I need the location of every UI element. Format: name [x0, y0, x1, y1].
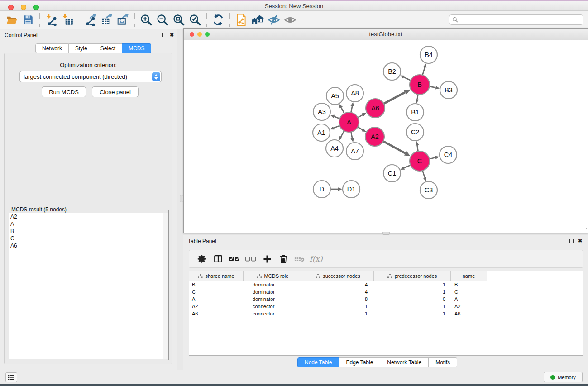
close-panel-button[interactable]: Close panel — [92, 86, 139, 97]
import-network-button[interactable] — [43, 12, 59, 28]
show-columns-button[interactable] — [210, 252, 226, 266]
delete-column-button[interactable] — [275, 252, 292, 266]
table-cell[interactable]: 0 — [374, 296, 451, 302]
search-input[interactable] — [460, 17, 580, 23]
table-cell[interactable]: B — [189, 282, 244, 287]
memory-button[interactable]: Memory — [544, 372, 583, 382]
graph-edge-A6-B[interactable] — [383, 92, 406, 104]
tab-node-table[interactable]: Node Table — [297, 357, 339, 367]
mcds-result-item[interactable]: A6 — [9, 242, 163, 249]
delete-table-button[interactable] — [292, 252, 308, 266]
table-row[interactable]: A2connector11A2 — [189, 303, 487, 310]
graph-edge-A-A5[interactable] — [341, 108, 344, 114]
criterion-dropdown[interactable]: largest connected component (directed) — [19, 71, 162, 82]
deselect-all-button[interactable] — [243, 252, 259, 266]
hide-selected-button[interactable] — [266, 12, 282, 28]
export-table-button[interactable] — [99, 12, 115, 28]
close-table-panel-icon[interactable]: ✖ — [578, 238, 582, 244]
import-table-button[interactable] — [59, 12, 76, 28]
float-panel-icon[interactable] — [162, 33, 166, 37]
table-cell[interactable]: 1 — [302, 311, 374, 316]
search-field[interactable] — [449, 14, 583, 25]
table-cell[interactable]: dominator — [244, 289, 302, 295]
network-close-button[interactable] — [190, 32, 194, 37]
select-all-button[interactable] — [226, 252, 243, 266]
tab-motifs[interactable]: Motifs — [429, 357, 457, 367]
save-session-button[interactable] — [20, 12, 36, 28]
close-window-button[interactable] — [8, 5, 14, 10]
graph-edge-C-C2[interactable] — [417, 145, 418, 152]
table-cell[interactable]: A6 — [451, 311, 487, 316]
table-cell[interactable]: 4 — [302, 289, 374, 295]
graph-edge-C-C1[interactable] — [404, 165, 411, 168]
mcds-result-item[interactable]: C — [9, 235, 163, 242]
tab-select[interactable]: Select — [94, 43, 122, 53]
table-cell[interactable]: 1 — [374, 289, 451, 295]
zoom-window-button[interactable] — [33, 5, 39, 10]
network-graph[interactable]: A5A8A3A6AA1A2A4A7B2B4BB3B1C2C4CC1C3DD1 — [184, 40, 588, 233]
task-history-button[interactable] — [5, 372, 17, 382]
graph-edge-A2-C[interactable] — [383, 141, 406, 153]
table-cell[interactable]: dominator — [244, 282, 302, 287]
zoom-out-button[interactable] — [154, 12, 171, 28]
column-header-MCDS-role[interactable]: MCDS role — [244, 271, 302, 281]
graph-edge-A-A8[interactable] — [351, 106, 352, 113]
table-row[interactable]: Adominator80A — [189, 295, 487, 303]
table-cell[interactable]: connector — [244, 304, 302, 309]
table-cell[interactable]: A6 — [189, 311, 244, 316]
table-cell[interactable]: A — [189, 296, 244, 302]
tab-mcds[interactable]: MCDS — [122, 43, 151, 53]
column-header-name[interactable]: name — [451, 271, 487, 281]
table-cell[interactable]: 1 — [302, 304, 374, 309]
table-cell[interactable]: B — [451, 282, 487, 287]
network-window-titlebar[interactable]: testGlobe.txt — [184, 29, 588, 40]
refresh-layout-button[interactable] — [210, 12, 226, 28]
mcds-result-item[interactable]: A2 — [9, 213, 163, 220]
tab-style[interactable]: Style — [69, 43, 94, 53]
minimize-window-button[interactable] — [21, 5, 26, 10]
tab-edge-table[interactable]: Edge Table — [339, 357, 381, 367]
tab-network[interactable]: Network — [35, 43, 69, 53]
table-cell[interactable]: dominator — [244, 296, 302, 302]
graph-edge-C-C3[interactable] — [422, 170, 425, 177]
export-image-button[interactable] — [115, 12, 131, 28]
graph-edge-C-C4[interactable] — [429, 157, 435, 159]
zoom-selected-button[interactable] — [187, 12, 203, 28]
show-all-button[interactable] — [282, 12, 298, 28]
table-row[interactable]: A6connector11A6 — [189, 310, 487, 317]
tab-network-table[interactable]: Network Table — [380, 357, 429, 367]
table-cell[interactable]: 4 — [302, 282, 374, 287]
column-header-predecessor-nodes[interactable]: predecessor nodes — [374, 271, 451, 281]
table-row[interactable]: Cdominator41C — [189, 288, 487, 295]
graph-edge-A-A1[interactable] — [334, 125, 340, 128]
table-cell[interactable]: C — [451, 289, 487, 295]
network-zoom-button[interactable] — [205, 32, 210, 37]
result-list-scrollbar[interactable] — [163, 213, 168, 359]
table-cell[interactable]: 1 — [374, 311, 451, 316]
table-cell[interactable]: 1 — [374, 282, 451, 287]
horizontal-split-handle[interactable] — [382, 232, 390, 235]
table-cell[interactable]: connector — [244, 311, 302, 316]
run-mcds-button[interactable]: Run MCDS — [42, 86, 86, 97]
graph-edge-B-B4[interactable] — [422, 67, 425, 76]
vertical-split-handle[interactable] — [180, 195, 183, 202]
table-cell[interactable]: A — [451, 296, 487, 302]
node-attribute-table[interactable]: shared nameMCDS rolesuccessor nodesprede… — [189, 271, 583, 356]
graph-edge-A-A4[interactable] — [341, 130, 344, 137]
table-cell[interactable]: A2 — [189, 304, 244, 309]
graph-edge-A-A7[interactable] — [351, 132, 352, 138]
zoom-in-button[interactable] — [138, 12, 154, 28]
graph-edge-B-B2[interactable] — [404, 77, 411, 81]
open-session-button[interactable] — [4, 12, 20, 28]
first-neighbors-button[interactable] — [249, 12, 266, 28]
zoom-fit-button[interactable] — [171, 12, 187, 28]
table-cell[interactable]: 1 — [374, 304, 451, 309]
table-cell[interactable]: 8 — [302, 296, 374, 302]
close-panel-icon[interactable]: ✖ — [170, 32, 174, 38]
column-header-successor-nodes[interactable]: successor nodes — [302, 271, 374, 281]
window-resize-grip[interactable] — [582, 227, 587, 232]
table-settings-button[interactable] — [194, 252, 210, 266]
table-cell[interactable]: A2 — [451, 304, 487, 309]
float-table-panel-icon[interactable] — [569, 239, 574, 243]
export-network-button[interactable] — [82, 12, 99, 28]
